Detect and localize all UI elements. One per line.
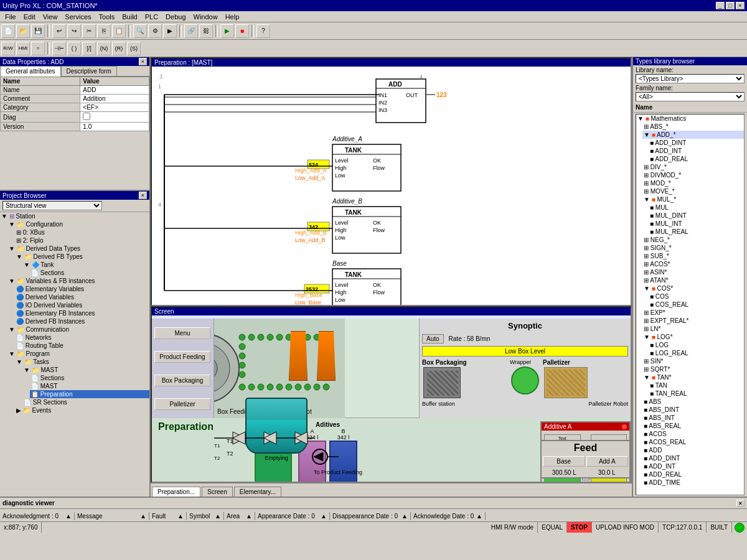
tree-program[interactable]: ▼ 📁 Program	[7, 350, 149, 358]
tb-connect[interactable]: 🔗	[184, 24, 198, 38]
product-feeding-btn[interactable]: Product Feeding	[154, 351, 210, 363]
tree-tasks[interactable]: ▼ 📁 Tasks	[15, 358, 149, 366]
prop-value-comment[interactable]: Addition	[80, 95, 149, 103]
lib-tan[interactable]: ■ TAN	[649, 381, 744, 390]
tb-save[interactable]: 💾	[31, 24, 45, 38]
menu-debug[interactable]: Debug	[162, 12, 189, 22]
lib-abs-real[interactable]: ■ ABS_REAL	[642, 422, 744, 430]
tree-derived-fb[interactable]: 🔵 Derived FB Instances	[15, 317, 149, 325]
tree-tank[interactable]: ▼ 🔷 Tank	[22, 261, 149, 269]
tree-events[interactable]: ▶ 📁 Events	[15, 406, 149, 414]
tb-redo[interactable]: ↪	[67, 24, 81, 38]
tb2-contact[interactable]: [/]	[82, 42, 96, 55]
tree-variables-fb[interactable]: ▼ 📁 Variables & FB instances	[7, 277, 149, 285]
lib-add-time[interactable]: ■ ADD_TIME	[642, 478, 744, 487]
diag-checkbox[interactable]	[83, 113, 90, 120]
menu-btn[interactable]: Menu	[154, 327, 210, 339]
data-properties-close[interactable]: ×	[139, 58, 147, 65]
lib-add-real[interactable]: ■ ADD_REAL	[649, 155, 744, 163]
diag-col-symbol[interactable]: Symbol ▲	[187, 512, 224, 520]
diag-col-fault[interactable]: Fault ▲	[149, 512, 187, 520]
add-a-btn[interactable]: Add A	[586, 456, 629, 467]
minimize-button[interactable]: _	[716, 2, 725, 9]
lib-acos-real[interactable]: ■ ACOS_REAL	[642, 438, 744, 446]
tb2-coil[interactable]: ( )	[67, 42, 81, 55]
tb-open[interactable]: 📂	[16, 24, 30, 38]
tree-elem-fb[interactable]: 🔵 Elementary FB Instances	[15, 309, 149, 317]
tb-cut[interactable]: ✂	[82, 24, 96, 38]
diagnostic-close[interactable]: ×	[736, 500, 745, 507]
tree-communication[interactable]: ▼ 📁 Communication	[7, 325, 149, 334]
tb2-hmi[interactable]: HMI	[16, 42, 30, 55]
lib-cos[interactable]: ■ COS	[649, 292, 744, 301]
lib-mul-int[interactable]: ■ MUL_INT	[649, 220, 744, 228]
tree-tank-sections[interactable]: 📄 Sections	[30, 269, 149, 277]
library-name-select[interactable]: <Types Library>	[636, 74, 745, 83]
lib-cos-star[interactable]: ▼ ■ COS*	[642, 284, 744, 292]
diag-col-disappearance[interactable]: Disappearance Date : 0 ▲	[330, 512, 411, 520]
tree-xbus[interactable]: ⊞ 0: XBus	[15, 228, 149, 236]
prop-value-name[interactable]: ADD	[80, 86, 149, 95]
tb-undo[interactable]: ↩	[52, 24, 66, 38]
tb2-equal[interactable]: =	[31, 42, 45, 55]
tree-routing[interactable]: 📄 Routing Table	[15, 342, 149, 350]
tree-networks[interactable]: 📄 Networks	[15, 334, 149, 342]
lib-mul-dint[interactable]: ■ MUL_DINT	[649, 212, 744, 220]
tb2-ladder[interactable]: ⊣⊢	[52, 42, 66, 55]
tree-derived-data-types[interactable]: ▼ 📁 Derived Data Types	[7, 245, 149, 253]
lib-tan-star[interactable]: ▼ ■ TAN*	[642, 373, 744, 381]
lib-add-dint[interactable]: ■ ADD_DINT	[649, 139, 744, 147]
lib-acos2[interactable]: ■ ACOS	[642, 430, 744, 438]
tree-sr-sections[interactable]: 📄 SR Sections	[22, 398, 149, 406]
lib-log-real[interactable]: ■ LOG_REAL	[649, 349, 744, 357]
tree-preparation[interactable]: 📋 Preparation	[30, 390, 149, 398]
lib-abs2[interactable]: ■ ABS	[642, 398, 744, 406]
prop-value-category[interactable]: <EF>	[80, 103, 149, 112]
lib-add2[interactable]: ■ ADD	[642, 446, 744, 454]
lib-mod-star[interactable]: ⊞ MOD_*	[642, 179, 744, 187]
tree-derived-fb-types[interactable]: ▼ 📁 Derived FB Types	[15, 253, 149, 261]
lib-abs-star[interactable]: ⊞ ABS_*	[642, 123, 744, 131]
diag-col-appearance[interactable]: Appearance Date : 0 ▲	[255, 512, 330, 520]
menu-plc[interactable]: PLC	[141, 12, 162, 22]
lib-div-star[interactable]: ⊞ DIV_*	[642, 163, 744, 171]
base-btn[interactable]: Base	[543, 456, 585, 467]
tb-new[interactable]: 📄	[1, 24, 15, 38]
menu-edit[interactable]: Edit	[20, 12, 39, 22]
menu-view[interactable]: View	[39, 12, 62, 22]
tb2-scoil[interactable]: (S)	[127, 42, 141, 55]
lib-mul-real[interactable]: ■ MUL_REAL	[649, 228, 744, 236]
tb-find[interactable]: 🔍	[133, 24, 147, 38]
tb-copy[interactable]: ⎘	[97, 24, 111, 38]
tree-elem-vars[interactable]: 🔵 Elementary Variables	[15, 285, 149, 293]
tb-disconnect[interactable]: ⛓	[199, 24, 213, 38]
menu-window[interactable]: Window	[190, 12, 222, 22]
tb-paste[interactable]: 📋	[112, 24, 126, 38]
lib-ln-star[interactable]: ⊞ LN*	[642, 325, 744, 333]
lib-mathematics[interactable]: ▼ ■ Mathematics	[636, 114, 744, 123]
tree-mast-folder[interactable]: ▼ 📁 MAST	[22, 366, 149, 374]
menu-help[interactable]: Help	[222, 12, 243, 22]
family-name-select[interactable]: <All>	[636, 92, 745, 101]
tb2-mode[interactable]: R/W	[1, 42, 15, 55]
lib-asin-star[interactable]: ⊞ ASIN*	[642, 268, 744, 276]
lib-mul-star[interactable]: ▼ ■ MUL_*	[642, 195, 744, 203]
lib-acos-star[interactable]: ⊞ ACOS*	[642, 260, 744, 268]
diag-col-ack[interactable]: Acknowledgment : 0 ▲	[0, 512, 75, 520]
tree-station[interactable]: ▼ ⊞ Station	[0, 212, 149, 220]
tree-io-vars[interactable]: 🔵 IO Derived Variables	[15, 301, 149, 309]
tab-elementary[interactable]: Elementary...	[234, 487, 281, 497]
tree-mast[interactable]: 📄 MAST	[30, 382, 149, 390]
lib-cos-real[interactable]: ■ COS_REAL	[649, 301, 744, 309]
prop-value-diag[interactable]	[80, 112, 149, 123]
lib-add-star[interactable]: ▼ ■ ADD_*	[642, 131, 744, 139]
diag-col-area[interactable]: Area ▲	[224, 512, 255, 520]
tb2-rcoil[interactable]: (R)	[112, 42, 126, 55]
tb-help[interactable]: ?	[256, 24, 270, 38]
menu-services[interactable]: Services	[61, 12, 95, 22]
lib-add-int2[interactable]: ■ ADD_INT	[642, 462, 744, 470]
diag-col-msg[interactable]: Message ▲	[75, 512, 149, 520]
tb-build[interactable]: ⚙	[148, 24, 162, 38]
lib-sin-star[interactable]: ⊞ SIN*	[642, 357, 744, 365]
tb-run[interactable]: ▶	[220, 24, 234, 38]
